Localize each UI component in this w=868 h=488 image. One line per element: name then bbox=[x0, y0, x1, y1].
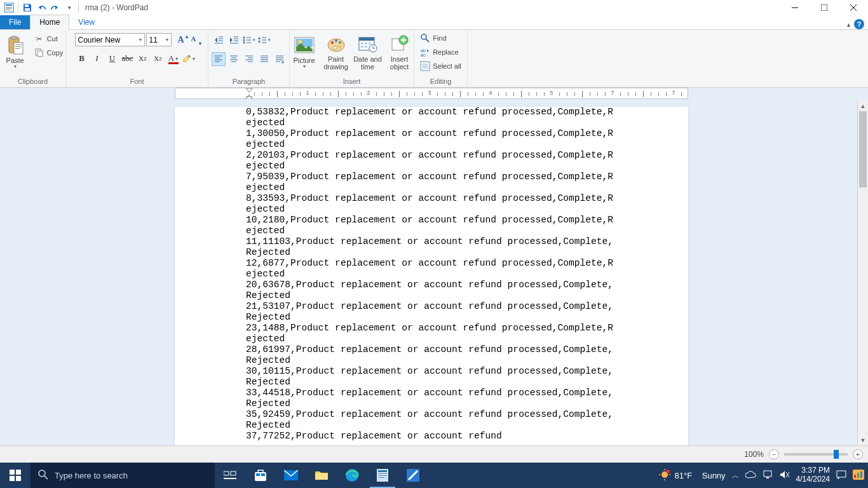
indent-marker-icon[interactable] bbox=[245, 88, 253, 99]
vertical-scrollbar[interactable]: ▲ ▼ bbox=[857, 100, 868, 445]
cut-button[interactable]: ✂ Cut bbox=[32, 32, 66, 45]
shrink-font-button[interactable]: A▾ bbox=[188, 35, 200, 45]
strikethrough-button[interactable]: abc bbox=[121, 51, 135, 65]
increase-indent-button[interactable] bbox=[227, 33, 241, 47]
decrease-indent-button[interactable] bbox=[212, 33, 226, 47]
ruler-area: 1234577 bbox=[0, 88, 868, 100]
replace-button[interactable]: abac Replace bbox=[417, 46, 464, 58]
svg-line-78 bbox=[426, 39, 429, 42]
close-button[interactable] bbox=[839, 0, 868, 15]
scroll-up-arrow-icon[interactable]: ▲ bbox=[858, 100, 868, 111]
bullets-button[interactable]: ▾ bbox=[242, 33, 256, 47]
paste-button[interactable]: Paste ▾ bbox=[0, 31, 31, 73]
status-bar: 100% − + bbox=[0, 445, 868, 463]
taskbar-store-icon[interactable] bbox=[245, 463, 276, 488]
font-name-combo[interactable]: Courier New▾ bbox=[75, 33, 145, 46]
svg-rect-111 bbox=[764, 471, 771, 477]
taskbar-explorer-icon[interactable] bbox=[306, 463, 337, 488]
onedrive-icon[interactable] bbox=[745, 471, 757, 480]
document-text[interactable]: 0,53832,Product replacement or account r… bbox=[175, 107, 688, 445]
find-button[interactable]: Find bbox=[417, 32, 464, 44]
wordpad-icon[interactable] bbox=[3, 1, 15, 14]
tab-view[interactable]: View bbox=[69, 15, 104, 29]
svg-point-59 bbox=[298, 40, 302, 44]
font-color-button[interactable]: A▾ bbox=[166, 51, 180, 65]
svg-point-29 bbox=[243, 42, 245, 44]
zoom-slider-knob[interactable] bbox=[834, 450, 839, 459]
select-all-button[interactable]: Select all bbox=[417, 60, 464, 72]
taskbar-edge-icon[interactable] bbox=[337, 463, 367, 488]
tab-file[interactable]: File bbox=[0, 15, 30, 29]
svg-rect-86 bbox=[10, 476, 15, 481]
justify-button[interactable] bbox=[257, 52, 271, 66]
svg-rect-18 bbox=[37, 51, 43, 57]
copy-button[interactable]: Copy bbox=[32, 46, 66, 59]
volume-icon[interactable] bbox=[780, 470, 790, 481]
underline-button[interactable]: U bbox=[105, 51, 119, 65]
svg-rect-85 bbox=[16, 470, 21, 475]
italic-button[interactable]: I bbox=[90, 51, 104, 65]
date-time-button[interactable]: Date and time bbox=[353, 31, 383, 73]
align-center-button[interactable] bbox=[227, 52, 241, 66]
svg-rect-1 bbox=[6, 4, 12, 6]
svg-rect-118 bbox=[857, 473, 859, 478]
save-icon[interactable] bbox=[21, 1, 34, 14]
svg-line-89 bbox=[44, 476, 48, 479]
cut-label: Cut bbox=[47, 35, 58, 43]
svg-rect-112 bbox=[766, 477, 769, 478]
start-button[interactable] bbox=[0, 463, 31, 488]
horizontal-ruler[interactable]: 1234577 bbox=[175, 88, 688, 99]
document-area: 0,53832,Product replacement or account r… bbox=[0, 100, 868, 445]
font-size-combo[interactable]: 11▾ bbox=[146, 33, 172, 46]
svg-rect-103 bbox=[378, 477, 384, 478]
svg-rect-14 bbox=[15, 44, 22, 45]
svg-rect-82 bbox=[423, 64, 428, 69]
svg-rect-94 bbox=[256, 473, 260, 476]
superscript-button[interactable]: X2 bbox=[151, 51, 165, 65]
tray-overflow-icon[interactable]: ︿ bbox=[732, 471, 739, 480]
bold-button[interactable]: B bbox=[75, 51, 89, 65]
insert-picture-button[interactable]: Picture▾ bbox=[289, 31, 320, 73]
taskbar-clock[interactable]: 3:37 PM 4/14/2024 bbox=[796, 466, 830, 484]
tab-home[interactable]: Home bbox=[30, 15, 69, 30]
insert-object-button[interactable]: Insert object bbox=[384, 31, 415, 73]
window-title: rma (2) - WordPad bbox=[85, 3, 148, 12]
ribbon-collapse-icon[interactable]: ▴ bbox=[847, 21, 850, 28]
undo-icon[interactable] bbox=[35, 1, 48, 14]
group-editing: Find abac Replace Select all Editing bbox=[414, 30, 468, 87]
taskbar-weather[interactable]: 81°F Sunny bbox=[658, 468, 726, 483]
redo-icon[interactable] bbox=[49, 1, 62, 14]
svg-rect-87 bbox=[16, 476, 21, 481]
group-insert-label: Insert bbox=[343, 76, 361, 87]
task-view-icon[interactable] bbox=[215, 463, 245, 488]
zoom-slider[interactable] bbox=[784, 453, 848, 456]
taskbar-app-icon[interactable] bbox=[398, 463, 428, 488]
paint-drawing-button[interactable]: Paint drawing bbox=[321, 31, 351, 73]
zoom-out-button[interactable]: − bbox=[769, 449, 779, 459]
maximize-button[interactable] bbox=[810, 0, 839, 15]
align-right-button[interactable] bbox=[242, 52, 256, 66]
tray-app-icon[interactable] bbox=[853, 470, 864, 482]
scrollbar-thumb[interactable] bbox=[859, 111, 867, 187]
svg-rect-69 bbox=[369, 43, 371, 44]
scroll-down-arrow-icon[interactable]: ▼ bbox=[858, 435, 868, 445]
taskbar-wordpad-icon[interactable] bbox=[367, 463, 398, 488]
notifications-icon[interactable] bbox=[836, 470, 846, 482]
help-icon[interactable]: ? bbox=[854, 19, 864, 29]
taskbar-search[interactable]: Type here to search bbox=[31, 463, 215, 488]
network-icon[interactable] bbox=[763, 470, 773, 481]
taskbar-mail-icon[interactable] bbox=[276, 463, 306, 488]
align-left-button[interactable] bbox=[212, 52, 226, 66]
line-spacing-button[interactable]: ▾ bbox=[257, 33, 271, 47]
highlight-button[interactable]: ▾ bbox=[182, 51, 196, 65]
grow-font-button[interactable]: A▴ bbox=[175, 35, 187, 45]
qat-customize-icon[interactable]: ▾ bbox=[63, 1, 76, 14]
search-placeholder: Type here to search bbox=[55, 471, 128, 480]
minimize-button[interactable] bbox=[780, 0, 810, 15]
zoom-in-button[interactable]: + bbox=[853, 449, 863, 459]
svg-point-88 bbox=[39, 470, 45, 477]
subscript-button[interactable]: X2 bbox=[136, 51, 150, 65]
select-all-icon bbox=[420, 61, 430, 71]
paragraph-dialog-button[interactable] bbox=[273, 52, 287, 66]
svg-rect-92 bbox=[224, 478, 236, 479]
